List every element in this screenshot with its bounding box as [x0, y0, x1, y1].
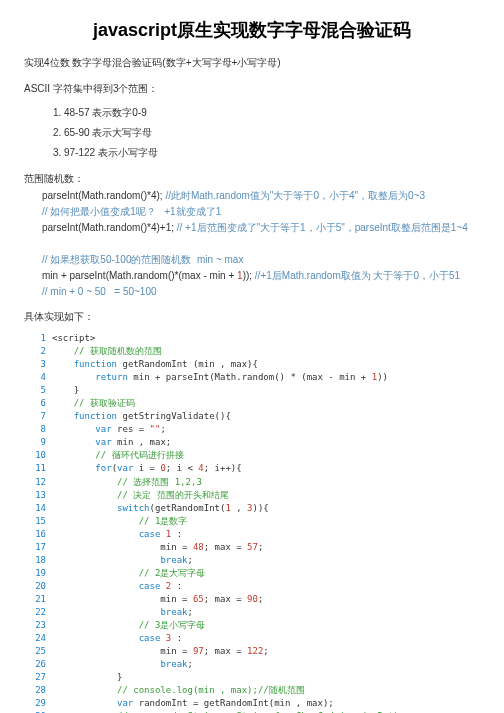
code-line: break;	[52, 658, 496, 671]
code-token: ;	[160, 424, 165, 434]
line-number: 9	[24, 436, 46, 449]
code-token	[52, 568, 139, 578]
code-token: 97	[193, 646, 204, 656]
line-number: 21	[24, 593, 46, 606]
code-token: ;	[187, 555, 192, 565]
code-token: return	[95, 372, 128, 382]
page-title: javascript原生实现数字字母混合验证码	[24, 18, 480, 42]
line-number: 6	[24, 397, 46, 410]
code-line: // 2是大写字母	[52, 567, 496, 580]
code-token: getStringValidate(){	[117, 411, 231, 421]
code-token: var	[95, 424, 111, 434]
code-token	[52, 620, 139, 630]
code-token: ; max =	[204, 646, 247, 656]
line-number: 28	[24, 684, 46, 697]
code-token	[52, 372, 95, 382]
note-text: parseInt(Math.random()*4)+1;	[42, 222, 177, 233]
code-line: }	[52, 671, 496, 684]
note-comment: // +1后范围变成了"大于等于1，小于5"，parseInt取整后范围是1~4	[177, 222, 468, 233]
code-token: ""	[150, 424, 161, 434]
code-token: // 选择范围 1,2,3	[117, 477, 202, 487]
code-line: min = 48; max = 57;	[52, 541, 496, 554]
code-token: case	[139, 633, 161, 643]
code-line: function getRandomInt (min , max){	[52, 358, 496, 371]
code-token	[52, 359, 74, 369]
code-token: ))	[377, 372, 388, 382]
code-token: :	[171, 581, 182, 591]
code-line: // console.log(min , max);//随机范围	[52, 684, 496, 697]
code-token	[52, 516, 139, 526]
line-number: 4	[24, 371, 46, 384]
line-number: 24	[24, 632, 46, 645]
code-line: break;	[52, 554, 496, 567]
code-token: var	[117, 463, 133, 473]
code-line: // 1是数字	[52, 515, 496, 528]
code-token	[52, 411, 74, 421]
code-token: switch	[117, 503, 150, 513]
code-line: return min + parseInt(Math.random() * (m…	[52, 371, 496, 384]
line-number: 10	[24, 449, 46, 462]
note-comment: // 如果想获取50-100的范围随机数 min ~ max	[42, 254, 243, 265]
code-token: function	[74, 359, 117, 369]
code-token: // 循环代码进行拼接	[95, 450, 183, 460]
line-number: 14	[24, 502, 46, 515]
code-line: min = 65; max = 90;	[52, 593, 496, 606]
code-token	[52, 581, 139, 591]
code-line: break;	[52, 606, 496, 619]
code-line: var min , max;	[52, 436, 496, 449]
code-token: min + parseInt(Math.random() * (max - mi…	[128, 372, 372, 382]
code-token: ;	[258, 594, 263, 604]
code-token: (getRandomInt(	[150, 503, 226, 513]
code-line: // 决定 范围的开头和结尾	[52, 489, 496, 502]
code-token: ; max =	[204, 594, 247, 604]
note-comment: //+1后Math.random取值为 大于等于0，小于51	[255, 270, 460, 281]
code-line: // 获取验证码	[52, 397, 496, 410]
line-number: 26	[24, 658, 46, 671]
line-number: 18	[24, 554, 46, 567]
code-token	[52, 633, 139, 643]
code-token: randomInt = getRandomInt(min , max);	[133, 698, 333, 708]
code-token: ; max =	[204, 542, 247, 552]
code-line: function getStringValidate(){	[52, 410, 496, 423]
code-token: }	[52, 672, 122, 682]
range-item: 48-57 表示数字0-9	[64, 106, 480, 120]
code-token	[52, 698, 117, 708]
result-label: 具体实现如下：	[24, 310, 480, 324]
line-number: 12	[24, 476, 46, 489]
code-token: ,	[231, 503, 247, 513]
line-number: 25	[24, 645, 46, 658]
code-line: // 获取随机数的范围	[52, 345, 496, 358]
line-number: 16	[24, 528, 46, 541]
line-number: 11	[24, 462, 46, 475]
line-number: 13	[24, 489, 46, 502]
code-token: :	[171, 633, 182, 643]
code-token: break	[160, 555, 187, 565]
line-number: 8	[24, 423, 46, 436]
code-token	[52, 346, 74, 356]
code-token: // 1是数字	[139, 516, 188, 526]
code-token: i =	[133, 463, 160, 473]
code-token: }	[52, 385, 79, 395]
note-text: ));	[243, 270, 255, 281]
line-number: 20	[24, 580, 46, 593]
code-token: res =	[112, 424, 150, 434]
code-token	[52, 503, 117, 513]
intro-text: 实现4位数 数字字母混合验证码(数字+大写字母+小写字母)	[24, 56, 480, 70]
line-number: 27	[24, 671, 46, 684]
code-token: function	[74, 411, 117, 421]
code-token	[52, 490, 117, 500]
code-token: // 获取随机数的范围	[74, 346, 162, 356]
code-token	[52, 463, 95, 473]
code-token: min =	[52, 646, 193, 656]
code-line: case 3 :	[52, 632, 496, 645]
line-number: 19	[24, 567, 46, 580]
code-line: var res = "";	[52, 423, 496, 436]
range-list: 48-57 表示数字0-9 65-90 表示大写字母 97-122 表示小写字母	[64, 106, 480, 160]
range-item: 65-90 表示大写字母	[64, 126, 480, 140]
code-token: var	[95, 437, 111, 447]
line-number: 29	[24, 697, 46, 710]
code-token	[52, 477, 117, 487]
code-token: ; i++){	[204, 463, 242, 473]
code-token: var	[117, 698, 133, 708]
ascii-label: ASCII 字符集中得到3个范围：	[24, 82, 480, 96]
